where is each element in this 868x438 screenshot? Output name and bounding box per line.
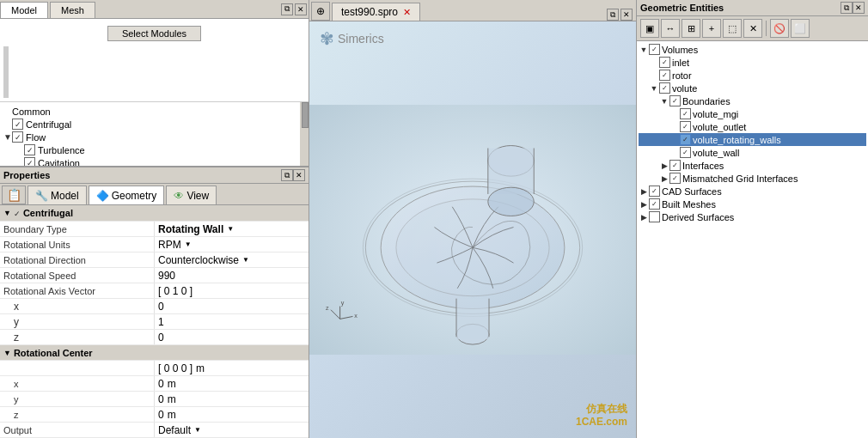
prop-section-rot-center[interactable]: ▼ Rotational Center <box>0 345 309 361</box>
prop-row-center-z: z 0 m <box>0 407 309 423</box>
geo-entities-title: Geometric Entities <box>640 3 840 13</box>
rtb-btn-8[interactable]: ⬜ <box>791 19 810 38</box>
tree-scrollbar[interactable] <box>302 102 309 128</box>
rw-checkbox[interactable] <box>680 134 691 145</box>
axis-z-key: z <box>0 330 155 344</box>
rtb-btn-6[interactable]: ✕ <box>743 19 762 38</box>
bm-checkbox[interactable] <box>649 198 660 210</box>
svg-rect-11 <box>456 299 489 340</box>
axis-z-value[interactable]: 0 <box>155 330 309 344</box>
geo-item-cad-surfaces[interactable]: ▶ CAD Surfaces <box>639 185 866 198</box>
centrifugal-section-expand: ▼ <box>3 209 11 217</box>
cavitation-checkbox[interactable] <box>24 157 35 167</box>
mgi2-expand-icon: ▶ <box>659 174 669 183</box>
center-tab-close[interactable]: ✕ <box>403 7 411 18</box>
if-checkbox[interactable] <box>669 160 681 171</box>
outlet-checkbox[interactable] <box>680 121 691 132</box>
rtb-btn-5[interactable]: ⬚ <box>723 19 742 38</box>
close-left-button[interactable]: ✕ <box>295 3 307 15</box>
center-z-value[interactable]: 0 m <box>155 407 309 422</box>
center-y-unit: m <box>168 393 176 405</box>
inlet-checkbox[interactable] <box>659 57 670 68</box>
dropdown-arrow-units[interactable]: ▼ <box>185 240 192 248</box>
geo-item-derived-surfaces[interactable]: ▶ Derived Surfaces <box>639 210 866 223</box>
rotational-units-key: Rotational Units <box>0 237 155 252</box>
rotor-checkbox[interactable] <box>659 70 670 81</box>
tab-model[interactable]: Model <box>0 2 48 18</box>
vw-checkbox[interactable] <box>680 147 691 158</box>
restore-right-button[interactable]: ⧉ <box>840 2 853 14</box>
tab-prop-model[interactable]: 🔧 Model <box>28 186 87 204</box>
center-y-key: y <box>0 392 155 406</box>
rtb-btn-2[interactable]: ↔ <box>661 19 680 38</box>
view-tab-label: View <box>186 190 209 202</box>
properties-panel: Properties ⧉ ✕ 📋 🔧 Model 🔷 Geometry <box>0 167 309 438</box>
geo-item-rotor[interactable]: rotor <box>639 69 866 82</box>
volumes-label: Volumes <box>662 45 698 55</box>
axis-y-value[interactable]: 1 <box>155 314 309 329</box>
rtb-btn-7[interactable]: 🚫 <box>770 19 789 38</box>
rtb-btn-4[interactable]: + <box>702 19 721 38</box>
dropdown-arrow-boundary[interactable]: ▼ <box>227 225 234 233</box>
geo-item-boundaries[interactable]: ▼ Boundaries <box>639 94 866 107</box>
scrollbar-track[interactable] <box>3 46 9 98</box>
volute-checkbox[interactable] <box>659 82 670 94</box>
geo-item-volute[interactable]: ▼ volute <box>639 82 866 94</box>
centrifugal-checkbox[interactable] <box>12 119 23 130</box>
close-center-button[interactable]: ✕ <box>620 9 633 21</box>
svg-text:x: x <box>354 313 358 319</box>
tab-prop-view[interactable]: 👁 View <box>166 186 217 204</box>
geo-item-volute-wall[interactable]: volute_wall <box>639 146 866 159</box>
tree-item-cavitation[interactable]: Cavitation <box>3 156 305 167</box>
geo-item-inlet[interactable]: inlet <box>639 56 866 69</box>
dropdown-arrow-direction[interactable]: ▼ <box>242 256 249 264</box>
rtb-btn-1[interactable]: ▣ <box>640 19 659 38</box>
prop-icon-btn[interactable]: 📋 <box>2 186 26 204</box>
geo-item-mgi[interactable]: ▶ Mismatched Grid Interfaces <box>639 172 866 185</box>
tree-item-turbulence[interactable]: Turbulence <box>3 143 305 156</box>
tree-item-centrifugal[interactable]: Centrifugal <box>3 118 305 131</box>
direction-label: Counterclockwise <box>158 254 239 266</box>
tab-prop-geometry[interactable]: 🔷 Geometry <box>89 186 165 204</box>
centrifugal-section-checkbox[interactable] <box>14 207 21 219</box>
boundaries-checkbox[interactable] <box>669 95 681 106</box>
mgi2-checkbox[interactable] <box>669 173 681 184</box>
nav-back-button[interactable]: ⊕ <box>311 2 330 21</box>
geo-item-rotating-walls[interactable]: volute_rotating_walls <box>639 133 866 146</box>
geo-item-volumes[interactable]: ▼ Volumes <box>639 43 866 56</box>
output-label: Default <box>158 424 191 436</box>
cad-checkbox[interactable] <box>649 186 660 197</box>
prop-row-rotational-units: Rotational Units RPM ▼ <box>0 237 309 252</box>
if-expand-icon: ▶ <box>659 161 669 170</box>
prop-row-rotational-speed: Rotational Speed 990 <box>0 268 309 283</box>
prop-section-centrifugal[interactable]: ▼ Centrifugal <box>0 205 309 222</box>
restore-button[interactable]: ⧉ <box>281 3 293 15</box>
center-tab-file[interactable]: test990.spro ✕ <box>332 3 420 21</box>
geo-item-interfaces[interactable]: ▶ Interfaces <box>639 159 866 172</box>
geo-item-built-meshes[interactable]: ▶ Built Meshes <box>639 198 866 210</box>
restore-props-button[interactable]: ⧉ <box>281 169 293 181</box>
geo-item-volute-mgi[interactable]: volute_mgi <box>639 107 866 120</box>
select-modules-button[interactable]: Select Modules <box>107 26 201 41</box>
axis-x-value[interactable]: 0 <box>155 299 309 313</box>
rotational-speed-value[interactable]: 990 <box>155 268 309 283</box>
dropdown-arrow-output[interactable]: ▼ <box>194 426 201 434</box>
close-right-button[interactable]: ✕ <box>853 2 865 14</box>
tree-item-flow[interactable]: ▼ Flow <box>3 131 305 143</box>
turbulence-checkbox[interactable] <box>24 144 35 155</box>
prop-row-axis-vector: Rotational Axis Vector [ 0 1 0 ] <box>0 283 309 299</box>
ds-checkbox[interactable] <box>649 211 660 222</box>
center-x-value[interactable]: 0 m <box>155 376 309 391</box>
rtb-btn-3[interactable]: ⊞ <box>682 19 700 38</box>
tab-mesh[interactable]: Mesh <box>50 2 95 18</box>
geo-item-volute-outlet[interactable]: volute_outlet <box>639 120 866 133</box>
mgi-checkbox[interactable] <box>680 108 691 119</box>
flow-checkbox[interactable] <box>12 131 23 143</box>
volumes-checkbox[interactable] <box>649 44 660 55</box>
boundaries-label: Boundaries <box>682 96 730 106</box>
viewport[interactable]: ✾ Simerics <box>309 21 636 438</box>
close-props-button[interactable]: ✕ <box>293 169 305 181</box>
restore-center-button[interactable]: ⧉ <box>607 9 619 21</box>
volumes-expand-icon: ▼ <box>639 46 649 54</box>
center-y-value[interactable]: 0 m <box>155 392 309 406</box>
